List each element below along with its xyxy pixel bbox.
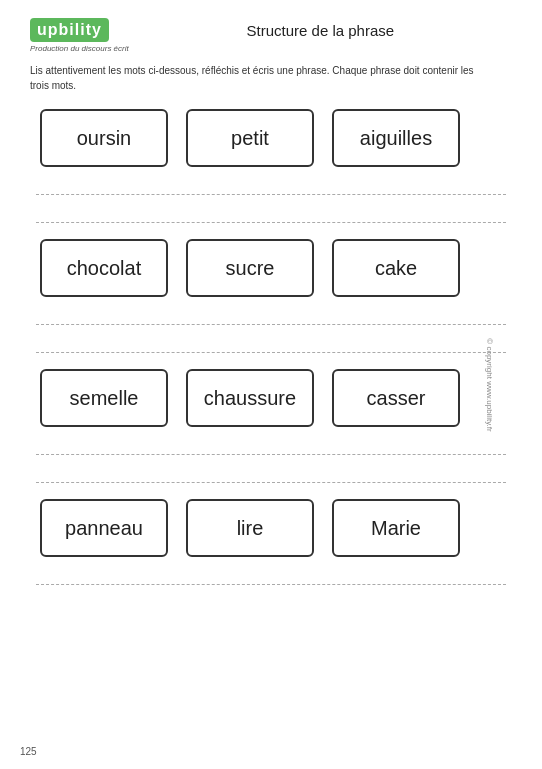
word-row-1: oursin petit aiguilles <box>40 109 512 167</box>
write-line <box>36 437 506 455</box>
word-group-3: semelle chaussure casser <box>30 369 512 483</box>
logo-up: up <box>37 21 59 38</box>
header: upbility Production du discours écrit St… <box>30 18 512 53</box>
write-lines-2 <box>30 307 512 353</box>
word-row-2: chocolat sucre cake <box>40 239 512 297</box>
logo-area: upbility Production du discours écrit <box>30 18 129 53</box>
instructions: Lis attentivement les mots ci-dessous, r… <box>30 63 490 93</box>
word-group-2: chocolat sucre cake <box>30 239 512 353</box>
write-lines-1 <box>30 177 512 223</box>
page: upbility Production du discours écrit St… <box>0 0 542 769</box>
write-line <box>36 177 506 195</box>
word-row-3: semelle chaussure casser <box>40 369 512 427</box>
write-line <box>36 205 506 223</box>
write-line <box>36 307 506 325</box>
side-copyright: © copyright www.upbility.fr <box>485 338 494 431</box>
word-card: petit <box>186 109 314 167</box>
word-card: panneau <box>40 499 168 557</box>
write-lines-3 <box>30 437 512 483</box>
write-line <box>36 567 506 585</box>
word-card: chaussure <box>186 369 314 427</box>
page-number: 125 <box>20 746 37 757</box>
word-card: Marie <box>332 499 460 557</box>
word-card: cake <box>332 239 460 297</box>
word-card: chocolat <box>40 239 168 297</box>
word-card: casser <box>332 369 460 427</box>
write-lines-4 <box>30 567 512 585</box>
page-title: Structure de la phrase <box>129 18 512 39</box>
word-card: aiguilles <box>332 109 460 167</box>
write-line <box>36 335 506 353</box>
word-card: sucre <box>186 239 314 297</box>
logo-bility: bility <box>59 21 102 38</box>
word-card: lire <box>186 499 314 557</box>
word-group-1: oursin petit aiguilles <box>30 109 512 223</box>
write-line <box>36 465 506 483</box>
word-card: semelle <box>40 369 168 427</box>
word-row-4: panneau lire Marie <box>40 499 512 557</box>
word-group-4: panneau lire Marie <box>30 499 512 585</box>
logo: upbility <box>30 18 109 42</box>
logo-subtitle: Production du discours écrit <box>30 44 129 53</box>
word-card: oursin <box>40 109 168 167</box>
